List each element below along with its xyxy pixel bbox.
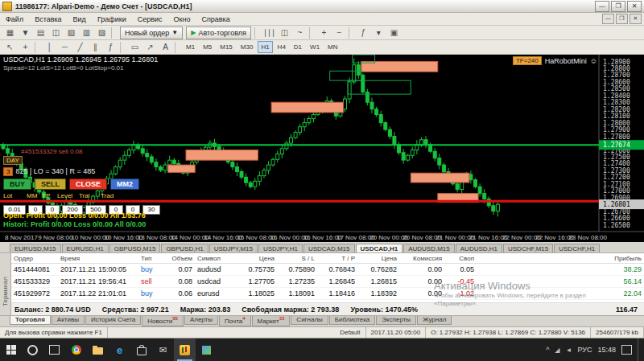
chart-tab-eurusd-h1[interactable]: EURUSD,H1 [62, 244, 109, 252]
indicators-icon[interactable]: ƒ [356, 26, 371, 39]
new-order-button[interactable]: Новый ордер▼ [120, 27, 183, 39]
market-watch-icon[interactable]: ▤ [33, 26, 48, 39]
mail-icon[interactable]: ✉ [152, 338, 174, 361]
vertical-line-icon[interactable]: │ [42, 40, 57, 54]
channel-icon[interactable]: ∥ [88, 40, 103, 54]
data-window-icon[interactable]: ◫ [48, 26, 64, 39]
zoom-in-icon[interactable]: + [316, 26, 332, 39]
chart-line-icon[interactable]: ~ [292, 26, 308, 39]
mm2-button[interactable]: MM2 [110, 178, 139, 190]
menu-item-6[interactable]: Окно [168, 15, 196, 23]
arrow-tool-icon[interactable]: ↗ [142, 40, 158, 54]
orders-column-0[interactable]: Ордер [11, 253, 58, 264]
chart-tab-gbpusd-m15[interactable]: GBPUSD,M15 [109, 244, 161, 252]
terminal-tab-алерты[interactable]: Алерты [184, 316, 218, 325]
chart-tab-audusd-m15[interactable]: AUDUSD,M15 [403, 244, 455, 252]
terminal-tab-торговля[interactable]: Торговля [10, 316, 51, 325]
timeframe-m1[interactable]: M1 [183, 41, 198, 53]
status-profile[interactable]: Default [335, 327, 365, 338]
menu-item-5[interactable]: Сервис [132, 15, 168, 23]
timeframe-w1[interactable]: W1 [307, 41, 323, 53]
chart-tab-gbpusd-h1[interactable]: GBPUSD,H1 [161, 244, 208, 252]
orders-column-9[interactable]: Комиссия [399, 253, 444, 264]
terminal-tab-эксперты[interactable]: Эксперты [376, 316, 416, 325]
account-summary-row[interactable]: Баланс: 2 880.74 USD Средства: 2 997.21 … [11, 302, 644, 315]
orders-column-3[interactable]: Объем [164, 253, 195, 264]
orders-column-8[interactable]: Цена [357, 253, 399, 264]
show-desktop-button[interactable] [638, 338, 642, 361]
orders-column-10[interactable]: Своп [444, 253, 477, 264]
mt4-taskbar-icon[interactable] [174, 338, 196, 361]
periods-icon[interactable]: ▾ [371, 26, 386, 39]
chart-close-button[interactable]: ✕ [630, 14, 642, 24]
order-row[interactable]: 4519299722017.11.22 21:01:01buy0.06eurus… [11, 288, 644, 300]
timeframe-h4[interactable]: H4 [275, 41, 289, 53]
clock[interactable]: 15:48 [597, 346, 616, 354]
window-minimize-button[interactable]: — [595, 1, 609, 12]
ea-smiley-icon[interactable]: ☺ [590, 57, 597, 65]
volume-icon[interactable]: ◄ [566, 347, 572, 354]
timeframe-m30[interactable]: M30 [237, 41, 257, 53]
search-button[interactable] [22, 338, 43, 361]
store-icon[interactable] [130, 338, 152, 361]
timeframe-d1[interactable]: D1 [291, 41, 305, 53]
fibonacci-icon[interactable]: ƒ [103, 40, 118, 54]
chart-tab-usdcad-m15[interactable]: USDCAD,M15 [303, 244, 355, 252]
timeframe-mn[interactable]: MN [324, 41, 341, 53]
chart-tab-audusd-h1[interactable]: AUDUSD,H1 [456, 244, 502, 252]
chart-candles-icon[interactable]: ◫ [277, 26, 292, 39]
zoom-out-icon[interactable]: − [332, 26, 347, 39]
terminal-tab-библиотека[interactable]: Библиотека [329, 316, 376, 325]
strategy-tester-icon[interactable]: ▨ [94, 26, 109, 39]
window-close-button[interactable]: ✕ [627, 1, 642, 12]
terminal-tab-активы[interactable]: Активы [52, 316, 85, 325]
sell-button[interactable]: SELL [35, 178, 66, 190]
close-button[interactable]: CLOSE [69, 178, 107, 190]
shapes-icon[interactable]: ▭ [127, 40, 142, 54]
chrome-icon[interactable] [65, 338, 87, 361]
window-maximize-button[interactable]: ❐ [611, 1, 625, 12]
trendline-icon[interactable]: ╱ [72, 40, 88, 54]
horizontal-line-icon[interactable]: ─ [57, 40, 72, 54]
start-button[interactable] [0, 338, 22, 361]
edge-icon[interactable]: e [109, 338, 130, 361]
network-icon[interactable]: ◢ [555, 347, 559, 354]
orders-column-1[interactable]: Время [58, 253, 138, 264]
terminal-tab-маркет[interactable]: Маркет33 [252, 316, 291, 326]
terminal-tab-история-счета[interactable]: История Счета [85, 316, 141, 325]
terminal-tab-журнал[interactable]: Журнал [417, 316, 452, 325]
terminal-tab-новости[interactable]: Новости95 [142, 316, 184, 326]
templates-icon[interactable]: ▣ [386, 26, 402, 39]
orders-column-2[interactable]: Тип [138, 253, 164, 264]
orders-column-5[interactable]: Цена [235, 253, 277, 264]
chart-tab-usdjpy-h1[interactable]: USDJPY,H1 [258, 244, 303, 252]
menu-item-7[interactable]: Справка [196, 15, 235, 23]
order-row[interactable]: 4515333292017.11.21 19:56:41sell0.08usdc… [11, 276, 644, 288]
chart-tab-eurusd-m15[interactable]: EURUSD,M15 [10, 244, 61, 252]
order-row[interactable]: 4514440812017.11.21 15:00:05buy0.07audus… [11, 264, 644, 276]
cursor-icon[interactable]: ↖ [2, 40, 18, 54]
chart-bars-icon[interactable]: ∣∣∣ [262, 26, 277, 39]
chart-tab-usdchf-h1[interactable]: USDCHF,H1 [554, 244, 600, 252]
terminal-tab-почта[interactable]: Почта4 [219, 316, 251, 326]
terminal-panel-icon[interactable]: ▥ [79, 26, 94, 39]
explorer-icon[interactable] [87, 338, 109, 361]
navigator-icon[interactable]: ▧ [64, 26, 79, 39]
photos-icon[interactable] [196, 338, 217, 361]
autotrade-button[interactable]: ▶Авто-торговля [186, 27, 251, 39]
chart-tab-usdcad-h1[interactable]: USDCAD,H1 [356, 244, 403, 252]
text-tool-icon[interactable]: A [158, 40, 173, 54]
action-center-icon[interactable] [621, 345, 632, 355]
menu-item-4[interactable]: Графики [92, 15, 132, 23]
language-indicator[interactable]: РУС [577, 346, 592, 354]
orders-column-6[interactable]: S / L [277, 253, 317, 264]
timeframe-m5[interactable]: M5 [200, 41, 215, 53]
chart-restore-button[interactable]: ❐ [616, 14, 628, 24]
terminal-panel-handle[interactable]: Терминал [0, 253, 11, 315]
chart-tab-usdchf-m15[interactable]: USDCHF,M15 [503, 244, 553, 252]
tray-hidden-icons-button[interactable]: ^ [546, 346, 549, 354]
orders-column-11[interactable]: Прибыль [477, 253, 644, 264]
menu-item-2[interactable]: Вставка [29, 15, 67, 23]
chart-tab-usdjpy-m15[interactable]: USDJPY,M15 [209, 244, 258, 252]
task-view-button[interactable] [43, 338, 65, 361]
